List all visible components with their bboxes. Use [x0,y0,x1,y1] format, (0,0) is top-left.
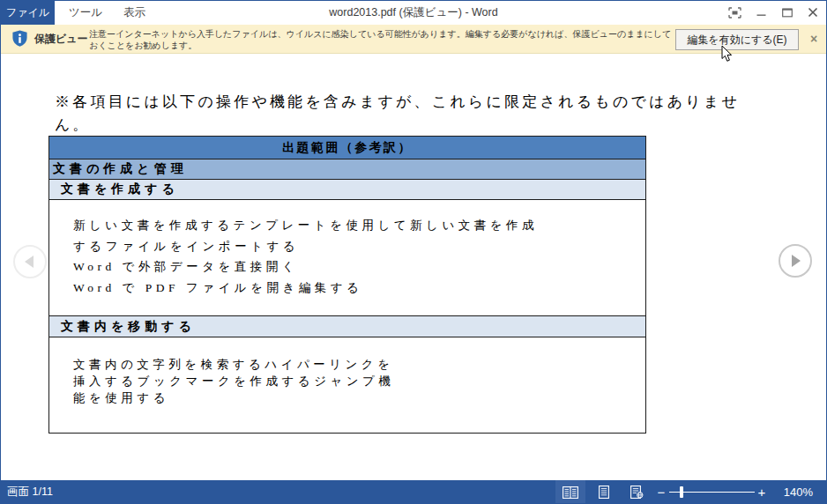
menu-tools-label: ツール [69,5,102,20]
menu-tools[interactable]: ツール [69,0,102,25]
dismiss-close-icon: × [810,32,817,46]
print-layout-icon [598,485,610,499]
content-line: 挿入するブックマークを作成するジャンプ機 [73,373,638,389]
web-layout-icon [630,485,644,499]
table-content-row-2: 文書内の文字列を検索するハイパーリンクを 挿入するブックマークを作成するジャンプ… [49,337,645,433]
minimize-button[interactable] [749,0,772,25]
close-icon [808,7,818,18]
content-line: Word で PDF ファイルを開き編集する [73,278,638,299]
enable-editing-label: 編集を有効にする(E) [687,33,786,48]
protected-view-message: 注意ーインターネットから入手したファイルは、ウイルスに感染している可能性がありま… [89,28,671,51]
arrow-right-icon [792,255,801,267]
print-layout-button[interactable] [589,480,619,504]
zoom-slider-thumb[interactable] [680,486,683,498]
doc-heading-line-2: ん。 [55,115,91,135]
fullscreen-toggle-button[interactable] [721,0,748,25]
content-line: 文書内の文字列を検索するハイパーリンクを [73,356,638,373]
enable-editing-button[interactable]: 編集を有効にする(E) [675,29,799,50]
exam-scope-table: 出題範囲（参考訳） 文書の作成と管理 文書を作成する 新しい文書を作成するテンプ… [48,136,646,434]
table-content-row-1: 新しい文書を作成するテンプレートを使用して新しい文書を作成 するファイルをインポ… [49,200,645,316]
menu-view[interactable]: 表示 [123,0,145,25]
message-line-2: おくことをお勧めします。 [89,40,671,51]
content-line: するファイルをインポートする [73,236,638,257]
close-button[interactable] [801,0,825,25]
zoom-out-button[interactable]: − [654,480,668,504]
table-subsection-row-2: 文書内を移動する [49,316,645,337]
content-line: 能を使用する [73,389,638,406]
message-line-1: 注意ーインターネットから入手したファイルは、ウイルスに感染している可能性がありま… [89,28,671,40]
protected-view-label: 保護ビュー [34,25,88,53]
page-indicator[interactable]: 画面 1/11 [7,480,53,504]
web-layout-button[interactable] [622,480,652,504]
status-bar: 画面 1/11 [0,480,827,504]
content-line: Word で外部データを直接開く [73,256,638,278]
table-header-row: 出題範囲（参考訳） [49,137,645,159]
shield-info-icon [11,30,28,47]
mouse-cursor [721,46,733,63]
menu-view-label: 表示 [123,5,145,20]
document-page: ※各項目には以下の操作や機能を含みますが、これらに限定されるものではありませ ん… [1,54,826,480]
doc-heading-line-1: ※各項目には以下の操作や機能を含みますが、これらに限定されるものではありませ [55,92,740,112]
previous-page-button[interactable] [13,245,47,278]
table-section-row: 文書の作成と管理 [49,159,645,180]
zoom-percentage[interactable]: 140% [774,480,820,504]
minimize-icon [756,8,766,17]
arrow-left-icon [25,256,34,268]
file-tab-label: ファイル [6,5,49,20]
content-line: 新しい文書を作成するテンプレートを使用して新しい文書を作成 [73,215,638,236]
maximize-icon [782,8,793,18]
read-mode-button[interactable] [555,480,585,504]
dismiss-warning-button[interactable]: × [803,25,824,53]
read-mode-book-icon [563,486,578,499]
next-page-button[interactable] [779,244,812,278]
protected-view-bar: 保護ビュー 注意ーインターネットから入手したファイルは、ウイルスに感染している可… [1,25,826,54]
maximize-button[interactable] [776,0,799,25]
table-subsection-row-1: 文書を作成する [49,180,645,200]
file-tab[interactable]: ファイル [1,1,55,25]
fullscreen-icon [728,7,741,19]
zoom-in-button[interactable]: + [755,480,769,504]
title-bar: ファイル ツール 表示 word2013.pdf (保護ビュー) - Word [0,0,827,25]
